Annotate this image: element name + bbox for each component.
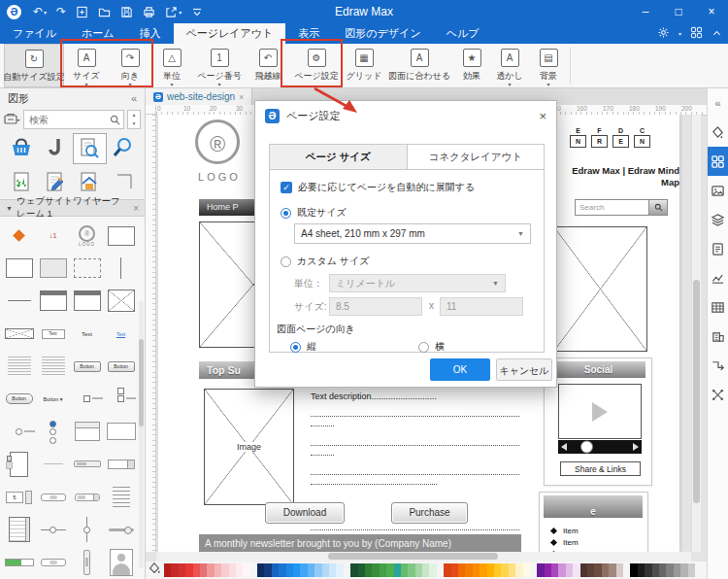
panel-collapse-right-icon[interactable]: « bbox=[708, 88, 728, 118]
customize-quick-access-button[interactable] bbox=[191, 6, 203, 17]
color-swatch[interactable] bbox=[179, 563, 185, 577]
color-swatch[interactable] bbox=[616, 563, 623, 577]
shape-basket-icon[interactable] bbox=[4, 133, 38, 162]
wireframe-purchase-button[interactable]: Purchase bbox=[391, 502, 468, 524]
stencil-shape[interactable] bbox=[104, 513, 138, 546]
stencil-shape[interactable] bbox=[104, 416, 138, 449]
color-swatch[interactable] bbox=[530, 563, 537, 577]
stencil-shape[interactable] bbox=[104, 285, 138, 318]
color-swatch[interactable] bbox=[659, 563, 666, 577]
scrub-knob[interactable] bbox=[581, 442, 592, 453]
stencil-shape[interactable]: Button ▾ bbox=[36, 383, 70, 416]
color-swatch[interactable] bbox=[380, 563, 386, 577]
color-swatch[interactable] bbox=[487, 563, 494, 577]
color-swatch[interactable] bbox=[587, 563, 594, 577]
color-swatch[interactable] bbox=[437, 563, 444, 577]
stencil-shape[interactable] bbox=[70, 546, 104, 579]
stencil-shape[interactable] bbox=[70, 383, 104, 416]
connector-style-icon[interactable] bbox=[708, 351, 728, 380]
color-swatch[interactable] bbox=[329, 563, 336, 577]
color-swatch[interactable] bbox=[652, 563, 659, 577]
chart-panel-icon[interactable] bbox=[708, 263, 728, 292]
menu-tab[interactable]: ホーム bbox=[69, 23, 127, 44]
landscape-radio[interactable] bbox=[418, 342, 429, 353]
ribbon-button[interactable]: A 図面に合わせる bbox=[384, 44, 454, 87]
wireframe-download-button[interactable]: Download bbox=[265, 502, 345, 524]
custom-size-radio[interactable] bbox=[281, 256, 291, 267]
menu-tab[interactable]: 表示 bbox=[285, 23, 332, 44]
size-height-input[interactable]: 11 bbox=[440, 297, 523, 316]
stencil-shape[interactable] bbox=[70, 416, 104, 449]
stencil-shape[interactable] bbox=[104, 383, 138, 416]
color-swatch[interactable] bbox=[480, 563, 486, 577]
color-swatch[interactable] bbox=[638, 563, 645, 577]
color-swatch[interactable] bbox=[401, 563, 408, 577]
maximize-button[interactable]: □ bbox=[662, 0, 695, 23]
dialog-header[interactable]: Ə ページ設定 × bbox=[255, 101, 556, 130]
color-swatch[interactable] bbox=[336, 563, 343, 577]
export-button[interactable]: ▾ bbox=[165, 6, 182, 18]
stencil-shape[interactable]: Text bbox=[70, 318, 104, 351]
stencil-shape[interactable] bbox=[2, 220, 36, 253]
color-swatch[interactable] bbox=[200, 563, 207, 577]
color-swatch[interactable] bbox=[229, 563, 236, 577]
layers-panel-icon[interactable] bbox=[708, 205, 728, 234]
dialog-close-icon[interactable]: × bbox=[539, 109, 546, 123]
portrait-radio[interactable] bbox=[290, 342, 301, 353]
color-swatch[interactable] bbox=[243, 563, 249, 577]
business-clipart-icon[interactable] bbox=[708, 322, 728, 351]
color-swatch[interactable] bbox=[680, 563, 687, 577]
stencil-scroll-buttons[interactable]: ▲▼ bbox=[127, 110, 141, 129]
color-swatch[interactable] bbox=[408, 563, 414, 577]
preset-size-select[interactable]: A4 sheet, 210 mm x 297 mm ▼ bbox=[294, 223, 531, 244]
color-swatch[interactable] bbox=[386, 563, 393, 577]
stencil-shape[interactable]: Button bbox=[104, 350, 138, 383]
stencil-shape[interactable] bbox=[104, 448, 138, 481]
stencil-shape[interactable] bbox=[2, 416, 36, 449]
color-swatch[interactable] bbox=[286, 563, 293, 577]
vertical-scrollbar-thumb[interactable] bbox=[693, 280, 700, 503]
color-swatch[interactable] bbox=[207, 563, 214, 577]
color-swatch[interactable] bbox=[645, 563, 651, 577]
image-panel-icon[interactable] bbox=[708, 176, 728, 205]
stencil-shape[interactable] bbox=[70, 448, 104, 481]
stencil-shape[interactable]: Text bbox=[104, 318, 138, 351]
size-width-input[interactable]: 8.5 bbox=[329, 297, 422, 316]
color-swatch[interactable] bbox=[444, 563, 450, 577]
ribbon-button[interactable]: ▤ 背景 ▾ bbox=[530, 44, 567, 87]
color-swatch[interactable] bbox=[293, 563, 300, 577]
color-swatch[interactable] bbox=[623, 563, 630, 577]
shape-search-input[interactable] bbox=[27, 114, 110, 126]
ribbon-button[interactable]: ▦ グリッド bbox=[344, 44, 384, 87]
edit-document-icon[interactable] bbox=[38, 168, 72, 197]
stencil-shape[interactable] bbox=[36, 481, 70, 514]
stencil-shape[interactable] bbox=[104, 220, 138, 253]
stencil-shape[interactable] bbox=[2, 448, 36, 481]
color-swatch[interactable] bbox=[422, 563, 429, 577]
color-swatch[interactable] bbox=[344, 563, 350, 577]
menu-tab[interactable]: 図形のデザイン bbox=[332, 23, 433, 44]
stencil-shape[interactable] bbox=[2, 285, 36, 318]
color-swatch[interactable] bbox=[279, 563, 285, 577]
color-swatch[interactable] bbox=[602, 563, 609, 577]
stencil-shape[interactable] bbox=[2, 546, 36, 579]
color-swatch[interactable] bbox=[300, 563, 307, 577]
color-swatch[interactable] bbox=[594, 563, 601, 577]
settings-gear-icon[interactable] bbox=[657, 25, 670, 43]
color-swatch[interactable] bbox=[250, 563, 257, 577]
color-swatch[interactable] bbox=[308, 563, 314, 577]
stencil-shape[interactable] bbox=[70, 481, 104, 514]
color-swatch[interactable] bbox=[185, 563, 192, 577]
ribbon-button[interactable]: A 透かし ▾ bbox=[489, 44, 530, 87]
color-swatch[interactable] bbox=[193, 563, 200, 577]
import-export-document-icon[interactable] bbox=[4, 168, 38, 197]
stencil-shape[interactable] bbox=[70, 513, 104, 546]
search-document-icon[interactable] bbox=[73, 133, 107, 164]
color-swatch[interactable] bbox=[545, 563, 551, 577]
dialog-tab[interactable]: ページ サイズ bbox=[270, 145, 407, 169]
wireframe-logo-mark[interactable]: ® bbox=[195, 119, 240, 164]
menu-tab[interactable]: ファイル bbox=[0, 23, 69, 44]
vertical-scrollbar[interactable] bbox=[691, 115, 701, 552]
ok-button[interactable]: OK bbox=[430, 358, 490, 381]
library-icon[interactable] bbox=[4, 113, 20, 127]
